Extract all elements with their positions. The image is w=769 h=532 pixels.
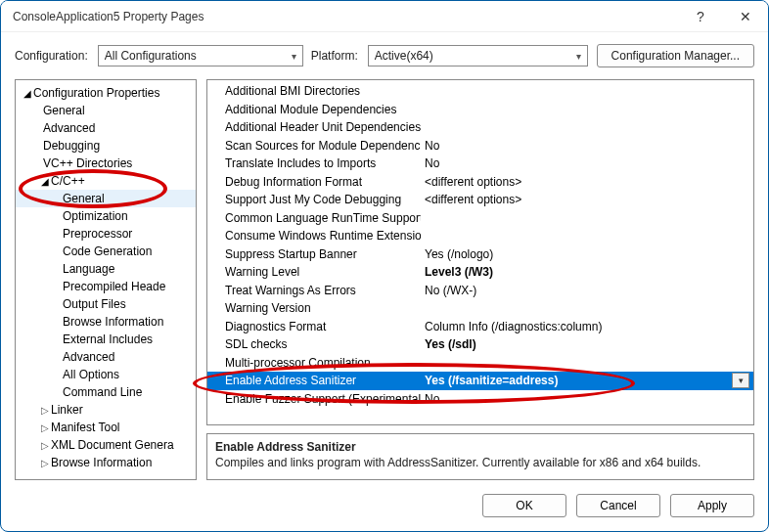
property-value[interactable]: Column Info (/diagnostics:column) bbox=[421, 320, 753, 333]
property-name: Additional Header Unit Dependencies bbox=[207, 120, 421, 134]
cancel-button[interactable]: Cancel bbox=[576, 494, 660, 517]
property-value[interactable]: <different options> bbox=[421, 193, 753, 206]
tree-label: Language bbox=[63, 262, 114, 276]
configuration-select[interactable]: All Configurations ▾ bbox=[98, 45, 303, 66]
property-name: Debug Information Format bbox=[207, 175, 421, 189]
chevron-right-icon: ▷ bbox=[39, 422, 51, 433]
property-name: Additional BMI Directories bbox=[207, 84, 421, 98]
property-row[interactable]: Translate Includes to ImportsNo bbox=[207, 155, 753, 173]
tree-label: Command Line bbox=[63, 385, 142, 399]
property-name: Multi-processor Compilation bbox=[207, 356, 421, 370]
property-value[interactable]: <different options> bbox=[421, 175, 753, 189]
tree-label: Output Files bbox=[63, 297, 126, 311]
tree-label: All Options bbox=[63, 368, 119, 381]
tree-item[interactable]: All Options bbox=[16, 366, 196, 383]
tree-item[interactable]: Output Files bbox=[16, 295, 196, 313]
property-row[interactable]: Enable Fuzzer Support (Experimental)No bbox=[207, 390, 753, 409]
dropdown-button[interactable]: ▾ bbox=[732, 373, 749, 388]
property-row[interactable]: Scan Sources for Module DependenciesNo bbox=[207, 137, 753, 155]
tree-item[interactable]: VC++ Directories bbox=[16, 155, 196, 172]
tree-label: Browse Information bbox=[51, 456, 152, 469]
property-row[interactable]: Warning LevelLevel3 (/W3) bbox=[207, 263, 753, 282]
tree-item[interactable]: Precompiled Heade bbox=[16, 278, 196, 295]
description-panel: Enable Address Sanitizer Compiles and li… bbox=[206, 433, 754, 480]
property-name: Treat Warnings As Errors bbox=[207, 284, 421, 297]
tree-label: XML Document Genera bbox=[51, 438, 174, 452]
property-value[interactable]: No (/WX-) bbox=[421, 284, 753, 297]
property-value[interactable]: No bbox=[421, 392, 753, 406]
property-name: Warning Level bbox=[207, 265, 421, 279]
description-title: Enable Address Sanitizer bbox=[215, 440, 746, 454]
tree-label: Configuration Properties bbox=[33, 86, 159, 100]
tree-ccpp[interactable]: ◢ C/C++ bbox=[16, 172, 196, 190]
property-name: Suppress Startup Banner bbox=[207, 247, 421, 261]
property-value[interactable]: No bbox=[421, 139, 753, 153]
tree-item[interactable]: General bbox=[16, 102, 196, 119]
property-row[interactable]: SDL checksYes (/sdl) bbox=[207, 335, 753, 354]
tree-item[interactable]: Preprocessor bbox=[16, 225, 196, 243]
property-name: Enable Fuzzer Support (Experimental) bbox=[207, 392, 421, 406]
tree-item[interactable]: Debugging bbox=[16, 137, 196, 155]
dialog-footer: OK Cancel Apply bbox=[1, 484, 768, 531]
tree-root[interactable]: ◢ Configuration Properties bbox=[16, 84, 196, 102]
property-value[interactable]: Yes (/nologo) bbox=[421, 247, 753, 261]
property-name: Warning Version bbox=[207, 301, 421, 315]
tree-item[interactable]: ▷Manifest Tool bbox=[16, 419, 196, 436]
apply-button[interactable]: Apply bbox=[670, 494, 754, 517]
chevron-down-icon: ◢ bbox=[22, 88, 33, 99]
property-value[interactable]: No bbox=[421, 156, 753, 170]
tree-item[interactable]: Advanced bbox=[16, 119, 196, 137]
property-row[interactable]: Consume Windows Runtime Extension bbox=[207, 227, 753, 245]
property-row[interactable]: Additional BMI Directories bbox=[207, 82, 753, 101]
tree-label: Debugging bbox=[43, 139, 100, 153]
configuration-value: All Configurations bbox=[105, 49, 197, 63]
property-row[interactable]: Debug Information Format<different optio… bbox=[207, 173, 753, 192]
chevron-down-icon: ◢ bbox=[39, 176, 51, 187]
property-name: Common Language RunTime Support bbox=[207, 211, 421, 225]
tree-item[interactable]: ▷XML Document Genera bbox=[16, 436, 196, 454]
tree-label: VC++ Directories bbox=[43, 156, 132, 170]
tree-label: External Includes bbox=[63, 332, 153, 346]
tree-item[interactable]: Browse Information bbox=[16, 313, 196, 331]
tree-item[interactable]: External Includes bbox=[16, 331, 196, 348]
property-grid[interactable]: Additional BMI DirectoriesAdditional Mod… bbox=[206, 79, 754, 425]
property-row[interactable]: Support Just My Code Debugging<different… bbox=[207, 191, 753, 209]
tree-item[interactable]: Optimization bbox=[16, 207, 196, 225]
category-tree[interactable]: ◢ Configuration Properties GeneralAdvanc… bbox=[15, 79, 197, 480]
property-name: Support Just My Code Debugging bbox=[207, 193, 421, 206]
configuration-label: Configuration: bbox=[15, 49, 88, 63]
chevron-right-icon: ▷ bbox=[39, 405, 51, 416]
property-value[interactable]: Yes (/sdl) bbox=[421, 337, 753, 351]
tree-item[interactable]: Command Line bbox=[16, 383, 196, 401]
configuration-manager-button[interactable]: Configuration Manager... bbox=[597, 44, 754, 67]
property-name: Additional Module Dependencies bbox=[207, 103, 421, 116]
help-button[interactable]: ? bbox=[678, 1, 723, 32]
tree-label: Linker bbox=[51, 403, 83, 417]
property-row[interactable]: Additional Header Unit Dependencies bbox=[207, 118, 753, 137]
chevron-down-icon: ▾ bbox=[576, 51, 581, 62]
tree-item[interactable]: General bbox=[16, 190, 196, 207]
tree-label: Browse Information bbox=[63, 315, 163, 329]
property-value[interactable]: Level3 (/W3) bbox=[421, 265, 753, 279]
property-row[interactable]: Additional Module Dependencies bbox=[207, 101, 753, 119]
ok-button[interactable]: OK bbox=[482, 494, 566, 517]
property-row[interactable]: Warning Version bbox=[207, 299, 753, 318]
property-row[interactable]: Enable Address SanitizerYes (/fsanitize=… bbox=[207, 372, 753, 390]
chevron-right-icon: ▷ bbox=[39, 458, 51, 468]
tree-item[interactable]: Language bbox=[16, 260, 196, 278]
property-row[interactable]: Treat Warnings As ErrorsNo (/WX-) bbox=[207, 282, 753, 300]
tree-item[interactable]: Advanced bbox=[16, 348, 196, 366]
tree-item[interactable]: ▷Linker bbox=[16, 401, 196, 419]
close-button[interactable]: ✕ bbox=[723, 1, 768, 32]
tree-item[interactable]: ▷Browse Information bbox=[16, 454, 196, 471]
tree-label: Manifest Tool bbox=[51, 421, 119, 434]
property-row[interactable]: Multi-processor Compilation bbox=[207, 354, 753, 373]
property-row[interactable]: Diagnostics FormatColumn Info (/diagnost… bbox=[207, 318, 753, 336]
platform-select[interactable]: Active(x64) ▾ bbox=[368, 45, 588, 66]
tree-item[interactable]: Code Generation bbox=[16, 243, 196, 260]
property-value[interactable]: Yes (/fsanitize=address) bbox=[421, 374, 753, 387]
property-row[interactable]: Suppress Startup BannerYes (/nologo) bbox=[207, 245, 753, 264]
property-row[interactable]: Common Language RunTime Support bbox=[207, 209, 753, 228]
window-title: ConsoleApplication5 Property Pages bbox=[13, 10, 204, 23]
property-name: SDL checks bbox=[207, 337, 421, 351]
